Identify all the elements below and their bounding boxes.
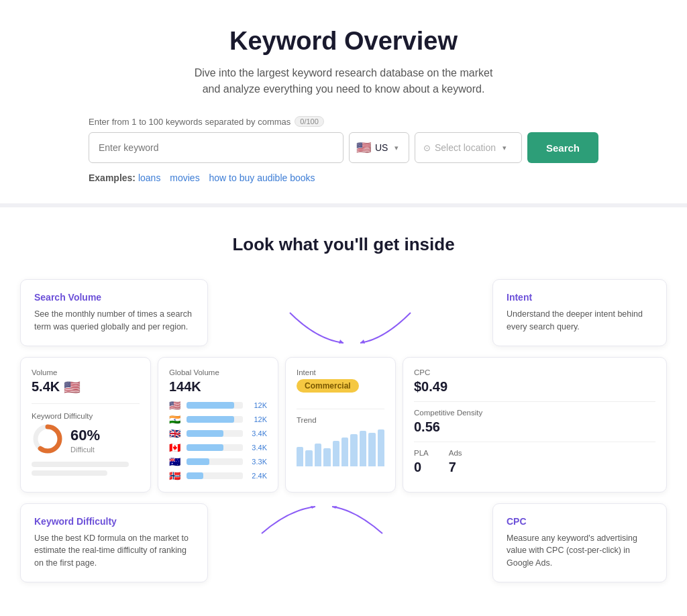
cpc-value: $0.49: [414, 379, 655, 395]
gv-bar-wrap: [187, 458, 243, 465]
trend-bar: [378, 429, 384, 466]
gv-row: 🇦🇺 3.3K: [169, 456, 267, 467]
ads-value: 7: [449, 460, 462, 475]
intent-badge: Commercial: [297, 379, 359, 393]
callout-search-volume-desc: See the monthly number of times a search…: [34, 308, 194, 333]
card-divider: [297, 409, 384, 409]
trend-bar: [360, 431, 366, 466]
trend-bar: [368, 433, 375, 466]
page-title: Keyword Overview: [55, 27, 632, 56]
arrows-bottom: [221, 503, 423, 537]
gv-flag: 🇨🇦: [169, 442, 182, 453]
gv-flag: 🇬🇧: [169, 428, 182, 439]
callout-kd-desc: Use the best KD formula on the market to…: [34, 532, 194, 570]
volume-value: 5.4K 🇺🇸: [32, 379, 140, 395]
gv-num: 3.3K: [247, 458, 267, 466]
comp-density-value: 0.56: [414, 419, 655, 435]
gv-num: 3.4K: [247, 429, 267, 438]
input-label: Enter from 1 to 100 keywords separated b…: [89, 116, 598, 127]
arrows-top: [250, 306, 451, 346]
gv-bar-wrap: [187, 472, 243, 479]
country-chevron-icon: ▾: [394, 144, 399, 152]
callout-cpc-title: CPC: [507, 516, 653, 527]
trend-bar: [315, 444, 321, 466]
country-code: US: [375, 142, 388, 153]
preview-title: Look what you'll get inside: [20, 234, 667, 255]
donut-wrap: 60% Difficult: [32, 423, 140, 458]
gv-flag: 🇺🇸: [169, 400, 182, 411]
global-volume-value: 144K: [169, 379, 267, 395]
callout-intent-title: Intent: [507, 292, 653, 303]
page-subtitle: Dive into the largest keyword research d…: [55, 65, 632, 97]
gv-bar-wrap: [187, 444, 243, 451]
examples-row: Examples: loans movies how to buy audibl…: [89, 172, 598, 183]
gv-flag: 🇳🇴: [169, 470, 182, 481]
volume-kd-card: Volume 5.4K 🇺🇸 Keyword Difficulty 60% Di…: [20, 357, 151, 493]
example-link-movies[interactable]: movies: [170, 172, 199, 183]
cpc-label: CPC: [414, 368, 655, 376]
pla-ads-row: PLA 0 Ads 7: [414, 449, 655, 475]
callout-intent: Intent Understand the deeper intent behi…: [492, 279, 667, 346]
callout-cpc: CPC Measure any keyword's advertising va…: [492, 503, 667, 582]
gv-bar: [187, 444, 223, 451]
volume-label: Volume: [32, 368, 140, 376]
gv-bar: [187, 472, 203, 479]
data-cards-row: Volume 5.4K 🇺🇸 Keyword Difficulty 60% Di…: [20, 357, 667, 493]
trend-label: Trend: [297, 416, 384, 424]
svg-marker-0: [339, 340, 344, 344]
trend-bar: [333, 441, 339, 466]
gv-row: 🇬🇧 3.4K: [169, 428, 267, 439]
bottom-callouts: Keyword Difficulty Use the best KD formu…: [20, 503, 667, 582]
gv-flag: 🇮🇳: [169, 414, 182, 425]
callout-cpc-desc: Measure any keyword's advertising value …: [507, 532, 653, 570]
global-volume-bars: 🇺🇸 12K 🇮🇳 12K 🇬🇧 3.4K 🇨🇦 3.4K 🇦: [169, 400, 267, 481]
gv-bar: [187, 402, 234, 409]
gv-bar: [187, 430, 223, 437]
keyword-input[interactable]: [89, 132, 344, 163]
svg-marker-1: [360, 340, 365, 344]
search-button[interactable]: Search: [527, 132, 598, 163]
example-link-books[interactable]: how to buy audible books: [209, 172, 315, 183]
hero-section: Keyword Overview Dive into the largest k…: [42, 0, 645, 203]
intent-trend-card: Intent Commercial Trend: [285, 357, 396, 493]
skeleton-line: [32, 462, 129, 467]
gv-bar: [187, 458, 209, 465]
callout-search-volume-title: Search Volume: [34, 292, 194, 303]
donut-chart: [32, 423, 64, 458]
gv-row: 🇮🇳 12K: [169, 414, 267, 425]
kd-value: 60%: [70, 427, 100, 444]
gv-bar-wrap: [187, 430, 243, 437]
location-select[interactable]: ⊙ Select location ▾: [415, 132, 522, 163]
country-select[interactable]: 🇺🇸 US ▾: [349, 132, 409, 163]
trend-bar: [323, 448, 330, 466]
gv-bar-wrap: [187, 416, 243, 423]
kd-label: Keyword Difficulty: [32, 412, 140, 420]
counter-badge: 0/100: [295, 116, 324, 127]
gv-num: 3.4K: [247, 444, 267, 452]
gv-bar: [187, 416, 234, 423]
skeleton-line: [32, 470, 107, 476]
card-divider: [414, 401, 655, 402]
gv-bar-wrap: [187, 402, 243, 409]
location-chevron-icon: ▾: [503, 144, 507, 152]
trend-bar: [341, 438, 348, 466]
global-volume-card: Global Volume 144K 🇺🇸 12K 🇮🇳 12K 🇬🇧 3.4K: [158, 357, 278, 493]
callout-search-volume: Search Volume See the monthly number of …: [20, 279, 208, 346]
gv-flag: 🇦🇺: [169, 456, 182, 467]
trend-bar: [297, 447, 303, 466]
location-placeholder: Select location: [435, 142, 496, 153]
global-volume-label: Global Volume: [169, 368, 267, 376]
kd-difficulty: Difficult: [70, 446, 100, 454]
ads-item: Ads 7: [449, 449, 462, 475]
search-bar: 🇺🇸 US ▾ ⊙ Select location ▾ Search: [89, 132, 598, 163]
example-link-loans[interactable]: loans: [138, 172, 160, 183]
gv-row: 🇺🇸 12K: [169, 400, 267, 411]
gv-row: 🇨🇦 3.4K: [169, 442, 267, 453]
country-flag: 🇺🇸: [356, 140, 371, 155]
trend-bar: [305, 450, 312, 466]
card-divider: [32, 403, 140, 404]
callout-kd-title: Keyword Difficulty: [34, 516, 194, 527]
pla-value: 0: [414, 460, 429, 475]
gv-num: 12K: [247, 415, 267, 423]
gv-row: 🇳🇴 2.4K: [169, 470, 267, 481]
